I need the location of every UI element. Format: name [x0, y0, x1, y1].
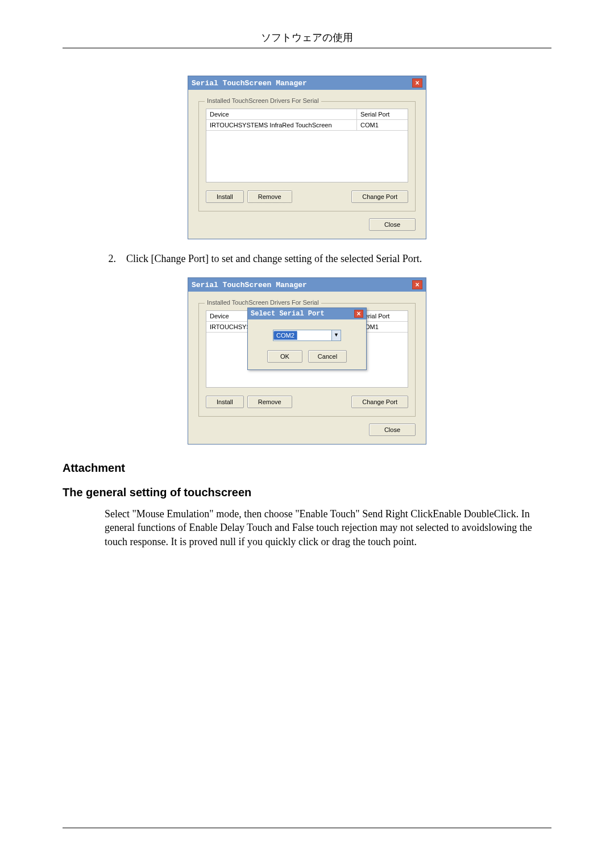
page-header: ソフトウェアの使用: [63, 31, 551, 48]
change-port-button[interactable]: Change Port: [351, 396, 408, 408]
table-row[interactable]: IRTOUCHSYSTEMS InfraRed TouchScreen COM1: [206, 120, 408, 131]
col-header-port[interactable]: Serial Port: [356, 109, 408, 119]
dialog-titlebar: Serial TouchScreen Manager ×: [188, 278, 426, 292]
install-button[interactable]: Install: [206, 396, 244, 408]
heading-general-setting: The general setting of touchscreen: [63, 486, 551, 499]
figure-2: Serial TouchScreen Manager × Installed T…: [63, 277, 551, 445]
remove-button[interactable]: Remove: [247, 190, 292, 203]
popup-title-text: Select Serial Port: [251, 310, 325, 318]
combobox-selected-value: COM2: [273, 331, 297, 340]
cancel-button[interactable]: Cancel: [308, 350, 347, 363]
table-header-row: Device Serial Port: [206, 109, 408, 120]
serial-port-combobox[interactable]: COM2 ▼: [273, 330, 341, 341]
figure-1: Serial TouchScreen Manager × Installed T…: [63, 76, 551, 239]
chevron-down-icon[interactable]: ▼: [331, 330, 341, 340]
select-serial-port-popup: Select Serial Port × COM2 ▼ OK Cancel: [247, 308, 367, 370]
dialog-titlebar: Serial TouchScreen Manager ×: [188, 76, 426, 90]
close-icon[interactable]: ×: [354, 310, 363, 318]
dialog-footer: Close: [198, 218, 416, 231]
step-number: 2.: [105, 253, 116, 265]
close-icon[interactable]: ×: [412, 78, 422, 88]
dialog-title-text: Serial TouchScreen Manager: [192, 79, 307, 88]
body-paragraph: Select "Mouse Emulation" mode, then choo…: [105, 507, 551, 549]
change-port-button[interactable]: Change Port: [351, 190, 408, 203]
step-2: 2. Click [Change Port] to set and change…: [105, 253, 551, 265]
table-empty-area: [206, 131, 408, 182]
cell-device: IRTOUCHSYSTEMS InfraRed TouchScreen: [206, 120, 356, 130]
dialog-footer: Close: [198, 423, 416, 436]
remove-button[interactable]: Remove: [247, 396, 292, 408]
popup-body: COM2 ▼ OK Cancel: [248, 319, 366, 369]
dialog-body: Installed TouchScreen Drivers For Serial…: [188, 292, 426, 444]
close-button[interactable]: Close: [369, 218, 416, 231]
close-icon[interactable]: ×: [412, 280, 422, 289]
heading-attachment: Attachment: [63, 462, 551, 475]
drivers-table: Device Serial Port IRTOUCHSYSTEMS InfraR…: [206, 109, 408, 182]
install-button[interactable]: Install: [206, 190, 244, 203]
group-button-row: Install Remove Change Port: [206, 396, 408, 408]
groupbox-legend: Installed TouchScreen Drivers For Serial: [205, 299, 321, 306]
step-text: Click [Change Port] to set and change se…: [126, 253, 551, 265]
dialog-serial-manager-2: Serial TouchScreen Manager × Installed T…: [188, 277, 426, 445]
groupbox-legend: Installed TouchScreen Drivers For Serial: [205, 97, 321, 104]
col-header-device[interactable]: Device: [206, 109, 356, 119]
cell-port: COM1: [356, 120, 408, 130]
drivers-groupbox: Installed TouchScreen Drivers For Serial…: [198, 101, 416, 211]
popup-titlebar: Select Serial Port ×: [248, 308, 366, 319]
close-button[interactable]: Close: [369, 423, 416, 436]
dialog-body: Installed TouchScreen Drivers For Serial…: [188, 90, 426, 239]
dialog-serial-manager-1: Serial TouchScreen Manager × Installed T…: [188, 76, 426, 239]
dialog-title-text: Serial TouchScreen Manager: [192, 281, 307, 289]
footer-rule: [63, 828, 551, 828]
group-button-row: Install Remove Change Port: [206, 190, 408, 203]
ok-button[interactable]: OK: [267, 350, 302, 363]
